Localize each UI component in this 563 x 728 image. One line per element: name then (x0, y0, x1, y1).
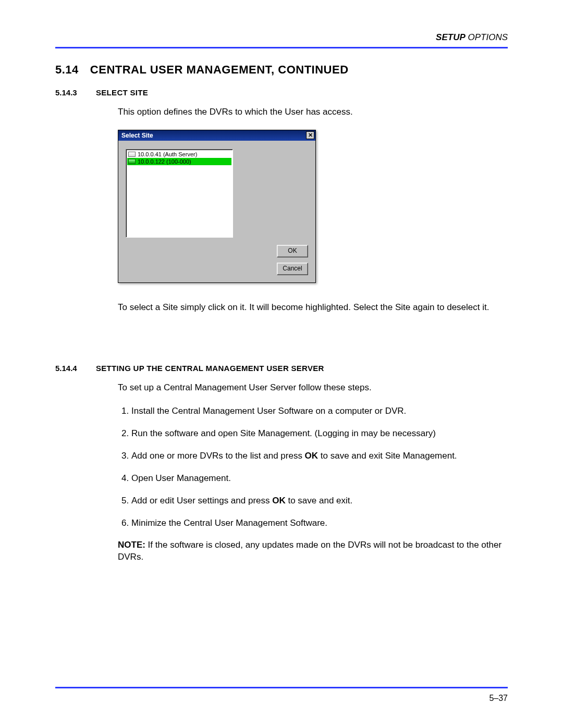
step-text: Run the software and open Site Managemen… (131, 428, 436, 438)
subsection-title: SETTING UP THE CENTRAL MANAGEMENT USER S… (96, 364, 324, 373)
steps-list: Install the Central Management User Soft… (118, 405, 508, 529)
step-text-bold: OK (305, 451, 319, 461)
step-text-post: to save and exit Site Management. (318, 451, 457, 461)
subsection-number: 5.14.4 (55, 364, 87, 373)
subsection-number: 5.14.3 (55, 88, 87, 97)
after-paragraph: To select a Site simply click on it. It … (118, 302, 508, 314)
section-title: CENTRAL USER MANAGEMENT, CONTINUED (90, 63, 349, 77)
step-text: Install the Central Management User Soft… (131, 406, 406, 416)
step-item: Run the software and open Site Managemen… (131, 428, 508, 440)
header-bold: SETUP (436, 32, 466, 42)
header-light: OPTIONS (466, 32, 508, 42)
ok-button[interactable]: OK (277, 245, 308, 257)
step-item: Add one or more DVRs to the list and pre… (131, 450, 508, 462)
step-text-pre: Add one or more DVRs to the list and pre… (131, 451, 305, 461)
select-site-dialog: Select Site ✕ 10.0.0.41 (Auth Server) 10… (118, 130, 316, 283)
dialog-titlebar: Select Site ✕ (118, 130, 315, 141)
note-paragraph: NOTE: If the software is closed, any upd… (118, 539, 508, 563)
cancel-button[interactable]: Cancel (277, 263, 308, 275)
list-item[interactable]: 10.0.0.122 (100-000) (127, 158, 231, 165)
page: SETUP OPTIONS 5.14 CENTRAL USER MANAGEME… (0, 0, 563, 728)
list-item-label: 10.0.0.41 (Auth Server) (138, 151, 197, 158)
site-icon (128, 159, 136, 164)
page-number: 5–37 (55, 694, 508, 703)
close-icon[interactable]: ✕ (306, 131, 314, 139)
section-heading: 5.14 CENTRAL USER MANAGEMENT, CONTINUED (55, 63, 508, 77)
step-item: Add or edit User settings and press OK t… (131, 495, 508, 507)
intro-paragraph: This option defines the DVRs to which th… (118, 106, 508, 118)
step-item: Install the Central Management User Soft… (131, 405, 508, 417)
note-body: If the software is closed, any updates m… (118, 540, 501, 562)
step-item: Minimize the Central User Management Sof… (131, 517, 508, 529)
site-icon (128, 152, 136, 157)
step-item: Open User Management. (131, 473, 508, 485)
note-label: NOTE: (118, 540, 145, 550)
dialog-title: Select Site (121, 132, 153, 139)
step-text-pre: Add or edit User settings and press (131, 496, 272, 505)
step-text-bold: OK (272, 496, 286, 505)
running-header: SETUP OPTIONS (55, 32, 508, 43)
subsection-body: This option defines the DVRs to which th… (118, 106, 508, 314)
dialog-body: 10.0.0.41 (Auth Server) 10.0.0.122 (100-… (118, 141, 315, 282)
step-text-post: to save and exit. (286, 496, 353, 505)
step-text: Minimize the Central User Management Sof… (131, 518, 327, 528)
list-item[interactable]: 10.0.0.41 (Auth Server) (127, 151, 231, 158)
list-item-label: 10.0.0.122 (100-000) (138, 158, 191, 165)
subsection-title: SELECT SITE (96, 88, 148, 97)
subsection-heading: 5.14.3 SELECT SITE (55, 88, 508, 97)
subsection-heading: 5.14.4 SETTING UP THE CENTRAL MANAGEMENT… (55, 364, 508, 373)
step-text: Open User Management. (131, 473, 231, 483)
dialog-buttons: OK Cancel (126, 245, 308, 275)
bottom-rule (55, 687, 508, 688)
top-rule (55, 47, 508, 48)
site-listbox[interactable]: 10.0.0.41 (Auth Server) 10.0.0.122 (100-… (126, 149, 233, 238)
subsection-body: To set up a Central Management User Serv… (118, 382, 508, 563)
spacer (55, 325, 508, 356)
section-number: 5.14 (55, 63, 79, 77)
intro-paragraph: To set up a Central Management User Serv… (118, 382, 508, 394)
footer: 5–37 (55, 687, 508, 703)
